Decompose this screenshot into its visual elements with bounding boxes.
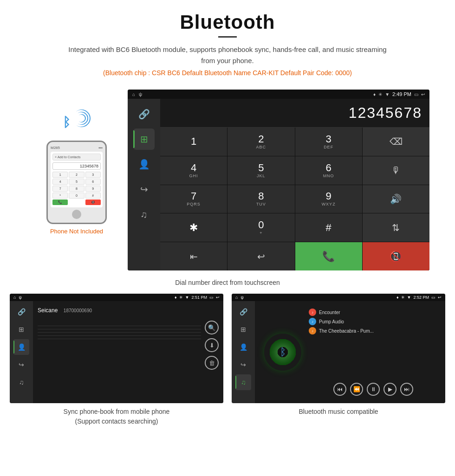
download-button[interactable]: ⬇	[205, 338, 219, 352]
phone-key-4[interactable]: 4	[52, 179, 68, 185]
title-underline	[218, 36, 237, 38]
sidebar-music[interactable]: ♫	[133, 204, 155, 225]
play-button[interactable]: ▶	[384, 383, 396, 396]
key-6[interactable]: 6 MNO	[295, 156, 362, 185]
key-mute[interactable]: 🎙	[363, 156, 429, 185]
signal-arc-3	[69, 106, 94, 131]
car-screen-phonebook: ⌂ ψ ♦ ✳ ▼ 2:51 PM ▭ ↩ 🔗	[10, 294, 223, 403]
page-title: Bluetooth	[28, 11, 427, 33]
phone-call-button[interactable]: 📞	[52, 199, 68, 205]
key-star[interactable]: ✱	[160, 213, 227, 242]
dialer-layout: 🔗 ⊞ 👤 ↪ ♫ 1234	[128, 99, 429, 270]
skip-back-button[interactable]: ⏪	[350, 383, 363, 396]
pause-button[interactable]: ⏸	[367, 383, 380, 396]
key-swap[interactable]: ↩	[228, 242, 294, 270]
music-sidebar-contacts[interactable]: 👤	[235, 339, 251, 355]
sidebar-call-log[interactable]: 🔗	[133, 103, 155, 125]
key-transfer[interactable]: ⇅	[363, 213, 429, 242]
dialer-number-display: 12345678	[160, 99, 429, 128]
pb-entry-5	[38, 336, 201, 339]
pb-sidebar-recent[interactable]: ↪	[13, 357, 29, 373]
pb-back-icon[interactable]: ↩	[216, 295, 220, 300]
pb-sidebar-call-log[interactable]: 🔗	[13, 304, 29, 320]
phone-key-0[interactable]: 0	[69, 193, 84, 199]
phone-key-8[interactable]: 8	[69, 186, 84, 192]
music-sidebar-music[interactable]: ♫	[235, 374, 251, 390]
music-sidebar-call-log[interactable]: 🔗	[235, 304, 251, 320]
key-star-main: ✱	[189, 223, 198, 233]
key-0-main: 0	[258, 220, 264, 230]
play-next-button[interactable]: ⏭	[400, 383, 413, 396]
top-section: ᛒ M285 ▪▪▪ + Add to Contacts 12345678	[14, 90, 441, 270]
music-sidebar-recent[interactable]: ↪	[235, 357, 251, 373]
music-main: ᛒ ♪ Encounter ♪	[255, 301, 445, 403]
pb-contact-name: Seicane	[38, 307, 58, 314]
phonebook-item: ⌂ ψ ♦ ✳ ▼ 2:51 PM ▭ ↩ 🔗	[10, 294, 223, 428]
phonebook-layout: 🔗 ⊞ 👤 ↪ ♫	[10, 301, 223, 403]
track-1-name[interactable]: Encounter	[319, 310, 340, 315]
phone-home-button[interactable]	[72, 210, 81, 219]
key-0[interactable]: 0 +	[228, 213, 294, 242]
music-time: 2:52 PM	[413, 295, 429, 300]
sidebar-dialpad[interactable]: ⊞	[133, 129, 155, 150]
vinyl-disc: ᛒ	[264, 334, 301, 371]
music-content: ᛒ ♪ Encounter ♪	[260, 306, 441, 399]
location-icon: ♦	[373, 92, 376, 97]
key-6-sub: MNO	[323, 174, 334, 178]
key-end[interactable]: 📵	[363, 242, 429, 270]
pb-bt-icon: ✳	[179, 295, 183, 300]
key-4[interactable]: 4 GHI	[160, 156, 227, 185]
add-to-contacts-label[interactable]: + Add to Contacts	[55, 155, 80, 159]
sidebar-contacts[interactable]: 👤	[133, 154, 155, 175]
phone-key-3[interactable]: 3	[85, 172, 101, 178]
key-9[interactable]: 9 WXYZ	[295, 185, 362, 213]
dialer-caption: Dial number direct from touchscreen	[175, 274, 280, 294]
music-info: ♪ Encounter ♪ Pump Audio ♪	[306, 306, 441, 399]
key-call[interactable]: 📞	[295, 242, 362, 270]
track-3-icon: ♪	[309, 327, 316, 334]
key-hash[interactable]: #	[295, 213, 362, 242]
phone-bottom-row: 📞 📵	[52, 199, 101, 205]
key-2[interactable]: 2 ABC	[228, 128, 294, 156]
phone-key-1[interactable]: 1	[52, 172, 68, 178]
pb-location-icon: ♦	[175, 295, 177, 300]
phone-key-2[interactable]: 2	[69, 172, 84, 178]
track-3-name[interactable]: The Cheebacabra - Pum...	[319, 328, 374, 334]
key-3[interactable]: 3 DEF	[295, 128, 362, 156]
phone-key-9[interactable]: 9	[85, 186, 101, 192]
key-merge[interactable]: ⇤	[160, 242, 227, 270]
track-2-name[interactable]: Pump Audio	[319, 319, 344, 324]
key-1[interactable]: 1	[160, 128, 227, 156]
delete-button[interactable]: 🗑	[205, 356, 219, 370]
phone-key-7[interactable]: 7	[52, 186, 68, 192]
music-back-icon[interactable]: ↩	[438, 295, 442, 300]
phone-end-button[interactable]: 📵	[85, 199, 101, 205]
play-prev-button[interactable]: ⏮	[333, 383, 346, 396]
music-sidebar-dialpad[interactable]: ⊞	[235, 322, 251, 337]
key-backspace[interactable]: ⌫	[363, 128, 429, 156]
back-icon[interactable]: ↩	[421, 92, 425, 97]
music-signal-icon: ▼	[407, 295, 411, 300]
music-status-bar: ⌂ ψ ♦ ✳ ▼ 2:52 PM ▭ ↩	[232, 294, 445, 301]
pb-sidebar-contacts[interactable]: 👤	[13, 339, 29, 355]
pb-signal-icon: ▼	[185, 295, 189, 300]
key-8[interactable]: 8 TUV	[228, 185, 294, 213]
music-item: ⌂ ψ ♦ ✳ ▼ 2:52 PM ▭ ↩ 🔗	[232, 294, 445, 428]
phone-key-6[interactable]: 6	[85, 179, 101, 185]
phone-key-star[interactable]: *	[52, 193, 68, 199]
key-volume[interactable]: 🔊	[363, 185, 429, 213]
phone-status-icons: ▪▪▪	[98, 146, 103, 150]
phonebook-header: Seicane 18700000690	[38, 306, 219, 314]
pb-sidebar-dialpad[interactable]: ⊞	[13, 322, 29, 337]
pb-sidebar-music[interactable]: ♫	[13, 374, 29, 390]
music-status-right: ♦ ✳ ▼ 2:52 PM ▭ ↩	[396, 295, 442, 300]
music-caption: Bluetooth music compatible	[299, 403, 378, 418]
search-button[interactable]: 🔍	[205, 321, 219, 334]
pb-contact-number: 18700000690	[64, 308, 92, 313]
key-5[interactable]: 5 JKL	[228, 156, 294, 185]
sidebar-recent[interactable]: ↪	[133, 179, 155, 200]
phone-key-5[interactable]: 5	[69, 179, 84, 185]
track-3: ♪ The Cheebacabra - Pum...	[309, 327, 438, 334]
key-7[interactable]: 7 PQRS	[160, 185, 227, 213]
phone-key-hash[interactable]: #	[85, 193, 101, 199]
